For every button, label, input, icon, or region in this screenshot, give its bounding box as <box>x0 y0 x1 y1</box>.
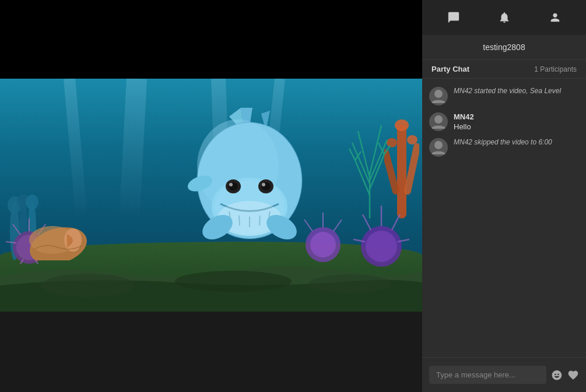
user-info: testing2808 <box>422 35 586 59</box>
message-content-2: MN42 Hello <box>454 112 579 131</box>
svg-line-28 <box>349 149 355 160</box>
avatar-2 <box>429 112 448 131</box>
message-content-1: MN42 started the video, Sea Level <box>454 87 579 95</box>
svg-point-72 <box>309 274 391 293</box>
video-bottom-area <box>0 312 422 392</box>
svg-point-20 <box>407 135 417 144</box>
main-fish <box>185 96 314 242</box>
emoji-button[interactable] <box>551 369 563 381</box>
chat-messages: MN42 started the video, Sea Level MN42 H… <box>422 79 586 357</box>
chat-icon[interactable] <box>445 9 462 26</box>
svg-line-35 <box>392 214 400 230</box>
sidebar: testing2808 Party Chat 1 Participants MN… <box>422 0 586 392</box>
svg-point-75 <box>434 141 443 149</box>
chat-input[interactable] <box>429 366 546 384</box>
chat-message-2: MN42 Hello <box>422 109 586 135</box>
bell-icon[interactable] <box>496 9 513 26</box>
chat-message-3: MN42 skipped the video to 6:00 <box>422 135 586 160</box>
svg-line-36 <box>363 214 371 230</box>
video-frame <box>0 79 422 312</box>
svg-line-24 <box>352 143 370 183</box>
svg-line-23 <box>370 154 384 189</box>
chat-message-1: MN42 started the video, Sea Level <box>422 83 586 109</box>
svg-point-54 <box>229 183 233 186</box>
svg-line-42 <box>334 220 342 231</box>
message-text-3: MN42 skipped the video to 6:00 <box>454 138 579 146</box>
message-text-1: MN42 started the video, Sea Level <box>454 87 579 95</box>
rocky-surface <box>0 230 422 312</box>
svg-line-31 <box>384 146 390 154</box>
svg-point-57 <box>262 183 265 186</box>
video-area <box>0 0 422 392</box>
sidebar-header <box>422 0 586 35</box>
message-content-3: MN42 skipped the video to 6:00 <box>454 138 579 146</box>
party-chat-label: Party Chat <box>431 65 469 73</box>
participants-count: 1 Participants <box>534 65 577 73</box>
profile-icon[interactable] <box>546 9 564 26</box>
party-chat-bar: Party Chat 1 Participants <box>422 59 586 79</box>
chat-input-area <box>422 357 586 392</box>
avatar-1 <box>429 87 448 105</box>
avatar-3 <box>429 138 448 157</box>
svg-point-74 <box>434 115 443 123</box>
svg-point-18 <box>395 119 409 131</box>
svg-point-73 <box>434 90 443 98</box>
video-top-black <box>0 0 422 79</box>
message-author-2: MN42 <box>454 112 579 121</box>
svg-point-71 <box>175 271 292 292</box>
svg-line-25 <box>370 140 387 181</box>
underwater-scene <box>0 79 422 312</box>
heart-button[interactable] <box>567 369 579 381</box>
username: testing2808 <box>483 43 525 52</box>
svg-point-70 <box>41 274 134 297</box>
message-text-2: Hello <box>454 122 579 131</box>
